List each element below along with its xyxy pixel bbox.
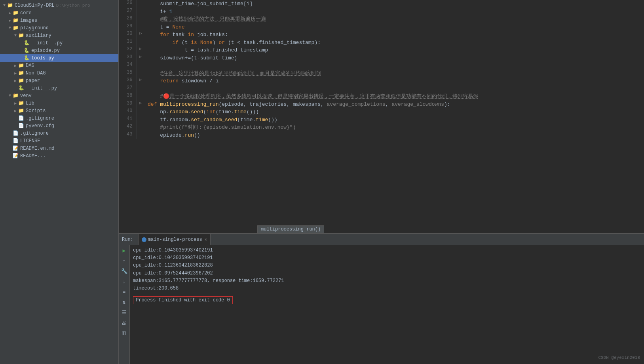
code-line-39: 39 ▷ def multiprocessing_run(episode, tr… [119, 101, 644, 109]
folder-icon: 📁 [13, 93, 19, 99]
md-file-icon: 📝 [13, 153, 19, 159]
folder-icon: 📁 [18, 78, 24, 84]
tree-item-readme-en[interactable]: 📝 README.en.md [0, 145, 118, 152]
tree-item-cloudsimpy[interactable]: ▼ 📁 CloudSimPy-DRL D:\Python pro [0, 2, 118, 9]
tree-item-playground[interactable]: ▼ 📁 playground [0, 24, 118, 32]
run-list-button[interactable]: ☰ [120, 309, 128, 316]
close-tab-button[interactable]: ✕ [205, 237, 207, 242]
code-line-35: 35 #注意，这里计算的是job的平均响应时间，而且是完成的平均响应时间 [119, 70, 644, 78]
folder-icon: 📁 [13, 17, 19, 23]
code-line-26: 26 submit_time=job_submit_time[i] [119, 0, 644, 8]
code-line-40: 40 np.random.seed(int(time.time())) [119, 108, 644, 116]
function-tooltip: multiprocessing_run() [257, 225, 324, 233]
run-tab-name: main-single-process [148, 237, 202, 242]
code-line-43: 43 episode.run() [119, 131, 644, 139]
code-line-37: 37 [119, 85, 644, 93]
tree-item-license[interactable]: 📄 LICENSE [0, 137, 118, 145]
folder-icon: 📁 [18, 100, 24, 106]
tree-item-init2[interactable]: 🐍 __init__.py [0, 84, 118, 92]
tree-item-readme[interactable]: 📝 README... [0, 152, 118, 160]
main-area: ▼ 📁 CloudSimPy-DRL D:\Python pro ▶ 📁 cor… [0, 0, 644, 364]
expand-arrow: ▶ [13, 101, 18, 106]
output-line-prev: cpu_idle:0.10430359937402191 [133, 247, 641, 254]
run-down-button[interactable]: ↓ [120, 278, 128, 286]
run-wrap-button[interactable]: ≡ [120, 288, 128, 296]
python-file-icon: 🐍 [24, 55, 30, 61]
folder-icon: 📁 [18, 32, 24, 38]
expand-arrow: ▶ [7, 11, 13, 15]
process-finished-wrapper: Process finished with exit code 0 [133, 295, 641, 304]
code-line-41: 41 tf.random.set_random_seed(time.time()… [119, 116, 644, 124]
expand-arrow: ▼ [13, 33, 18, 38]
run-output-area: cpu_idle:0.10430359937402191 cpu_idle:0.… [130, 245, 644, 364]
output-line-1: cpu_idle:0.10430359937402191 [133, 254, 641, 262]
expand-arrow: ▶ [13, 109, 18, 113]
code-line-33: 33 ▷ slowdown+=(t-submit_time) [119, 54, 644, 62]
run-toolbar: ▶ ↑ 🔧 ↓ ≡ ⇅ ☰ 🖨 🗑 [119, 245, 130, 364]
run-content: ▶ ↑ 🔧 ↓ ≡ ⇅ ☰ 🖨 🗑 cpu_idle:0.10430359937… [119, 245, 644, 364]
file-tree-sidebar: ▼ 📁 CloudSimPy-DRL D:\Python pro ▶ 📁 cor… [0, 0, 119, 364]
tree-item-images[interactable]: ▶ 📁 images [0, 17, 118, 24]
tree-item-gitignore2[interactable]: 📄 .gitignore [0, 130, 118, 137]
tree-item-init1[interactable]: 🐍 __init__.py [0, 39, 118, 47]
expand-arrow: ▶ [13, 78, 18, 83]
folder-icon: 📁 [18, 70, 24, 76]
code-line-38: 38 #🔴是一个多线程处理程序，虽然多线程可以提速，但是特别容易出错误，一定要注… [119, 93, 644, 101]
file-icon: 📄 [18, 115, 24, 121]
code-line-32: 32 ▷ t = task.finished_timestamp [119, 46, 644, 54]
expand-arrow: ▼ [7, 93, 13, 98]
output-line-3: cpu_idle:0.09752444023967202 [133, 270, 641, 277]
code-line-30: 30 ▷ for task in job.tasks: [119, 31, 644, 39]
folder-icon: 📁 [7, 2, 13, 8]
tree-item-episode[interactable]: 🐍 episode.py [0, 47, 118, 54]
output-line-2: cpu_idle:0.11236042183622828 [133, 262, 641, 269]
file-icon: 📄 [13, 138, 19, 144]
tree-item-auxiliary[interactable]: ▼ 📁 auxiliary [0, 32, 118, 39]
code-lines-table: 26 submit_time=job_submit_time[i] 27 i+=… [119, 0, 644, 139]
expand-arrow: ▶ [13, 71, 18, 76]
python-run-icon [142, 237, 146, 242]
run-print-button[interactable]: 🖨 [120, 319, 128, 327]
run-play-button[interactable]: ▶ [120, 247, 128, 255]
folder-icon: 📁 [13, 25, 19, 31]
watermark-text: CSDN @eyexin2018 [598, 355, 640, 360]
folder-icon: 📁 [13, 10, 19, 16]
run-tab-bar: Run: main-single-process ✕ [119, 234, 644, 245]
output-line-4: makespan:3165.777777777778, response tim… [133, 277, 641, 285]
file-icon: 📄 [13, 130, 19, 136]
folder-icon: 📁 [18, 108, 24, 114]
tree-item-gitignore1[interactable]: 📄 .gitignore [0, 114, 118, 122]
code-line-36: 36 ▷ return slowdown / i [119, 77, 644, 85]
tree-item-core[interactable]: ▶ 📁 core [0, 9, 118, 17]
expand-arrow: ▶ [13, 63, 18, 68]
tree-item-lib[interactable]: ▶ 📁 Lib [0, 99, 118, 107]
run-panel: Run: main-single-process ✕ ▶ ↑ 🔧 ↓ ≡ ⇅ ☰ [119, 233, 644, 364]
run-up-button[interactable]: ↑ [120, 257, 128, 265]
output-line-5: timecost:200.658 [133, 285, 641, 292]
tree-item-scripts[interactable]: ▶ 📁 Scripts [0, 107, 118, 114]
code-line-28: 28 #哎，没找到合适的方法，只能再重新遍历一遍 [119, 15, 644, 23]
expand-arrow: ▼ [2, 3, 7, 8]
md-file-icon: 📝 [13, 145, 19, 151]
run-label: Run: [120, 237, 135, 242]
run-settings-button[interactable]: 🔧 [120, 267, 128, 275]
process-finished-text: Process finished with exit code 0 [133, 296, 233, 304]
run-tab-main[interactable]: main-single-process ✕ [138, 234, 211, 245]
python-file-icon: 🐍 [24, 40, 30, 46]
python-file-icon: 🐍 [18, 85, 24, 91]
tree-item-paper[interactable]: ▶ 📁 paper [0, 77, 118, 84]
code-line-42: 42 #print(f"时间：{episode.simulation.env.n… [119, 124, 644, 131]
code-line-34: 34 [119, 62, 644, 70]
run-trash-button[interactable]: 🗑 [120, 329, 128, 337]
tree-item-venv[interactable]: ▼ 📁 venv [0, 92, 118, 99]
python-file-icon: 🐍 [24, 48, 30, 53]
tree-item-pyvenv[interactable]: 📄 pyvenv.cfg [0, 122, 118, 130]
tree-item-non-dag[interactable]: ▶ 📁 Non_DAG [0, 69, 118, 77]
code-line-31: 31 if (t is None) or (t < task.finished_… [119, 39, 644, 47]
tree-item-tools[interactable]: 🐍 tools.py [0, 54, 118, 62]
tree-item-dag[interactable]: ▶ 📁 DAG [0, 62, 118, 69]
file-icon: 📄 [18, 123, 24, 129]
expand-arrow: ▼ [7, 26, 13, 30]
run-sort-button[interactable]: ⇅ [120, 298, 128, 306]
code-editor[interactable]: 26 submit_time=job_submit_time[i] 27 i+=… [119, 0, 644, 233]
